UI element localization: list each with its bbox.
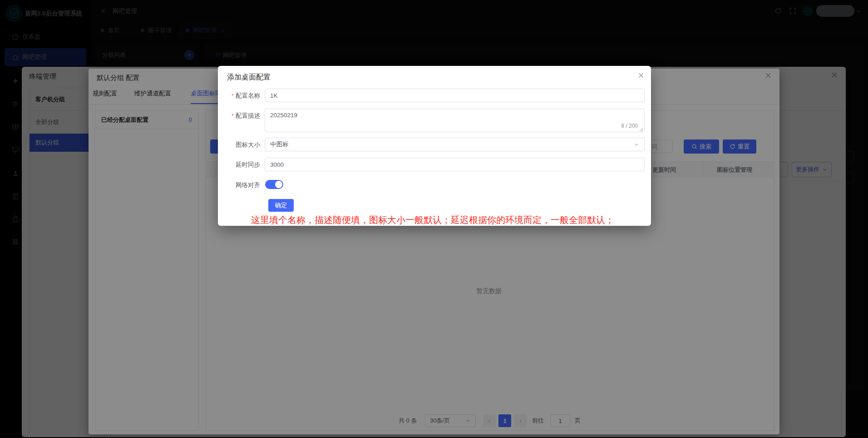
config-desc-label: 配置描述 (209, 112, 260, 120)
delay-sync-input[interactable] (265, 158, 645, 171)
icon-size-label: 图标大小 (209, 141, 260, 149)
annotation-note: 这里填个名称，描述随便填，图标大小一般默认；延迟根据你的环境而定，一般全部默认； (251, 214, 641, 226)
modal-title: 添加桌面配置 (227, 73, 271, 82)
config-name-input[interactable] (265, 89, 645, 102)
screen: 盾网2.0后台管理系统 仪表盘 网吧管理 (0, 0, 868, 438)
delay-sync-label: 延时同步 (209, 161, 260, 169)
icon-size-select[interactable]: 中图标 (265, 138, 645, 151)
network-align-switch[interactable] (265, 180, 283, 189)
config-name-label: 配置名称 (209, 92, 260, 100)
add-desktop-config-modal: 添加桌面配置 配置名称 配置描述 20250219 8 / 200 图标大小 中… (218, 66, 651, 226)
chevron-down-icon (634, 142, 639, 147)
config-desc-textarea[interactable]: 20250219 (265, 109, 645, 132)
char-counter: 8 / 200 (597, 123, 638, 129)
confirm-button[interactable]: 确定 (268, 199, 294, 212)
network-align-label: 网络对齐 (209, 181, 260, 189)
close-icon[interactable] (637, 72, 645, 79)
resize-grip-icon[interactable] (639, 128, 643, 132)
switch-knob (275, 181, 282, 188)
icon-size-value: 中图标 (270, 140, 289, 149)
